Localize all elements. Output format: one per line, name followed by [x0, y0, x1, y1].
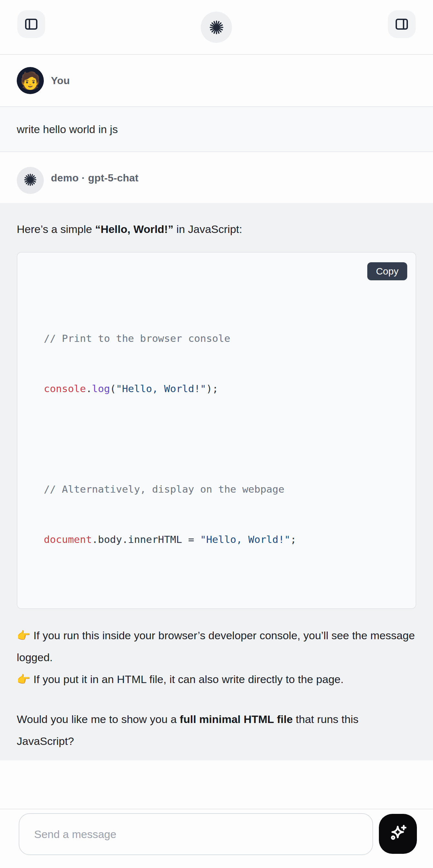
code-blank-line [44, 430, 403, 447]
code-string: "Hello, World!" [200, 533, 290, 545]
intro-text: Here’s a simple [17, 223, 95, 235]
code-keyword: console [44, 383, 86, 394]
assistant-message-header: demo · gpt-5-chat [0, 152, 433, 203]
user-message-header: 🧑 You [0, 55, 433, 106]
question-text: Would you like me to show you a [17, 713, 180, 725]
intro-text-post: in JavaScript: [173, 223, 242, 235]
top-bar [0, 0, 433, 55]
sidebar-toggle-button[interactable] [18, 10, 45, 38]
assistant-notes-paragraph: 👉 If you run this inside your browser’s … [17, 624, 416, 690]
panel-right-icon [394, 17, 409, 32]
assistant-question-paragraph: Would you like me to show you a full min… [17, 708, 416, 752]
assistant-intro-paragraph: Here’s a simple “Hello, World!” in JavaS… [17, 218, 416, 240]
user-avatar-emoji: 🧑 [20, 72, 41, 89]
question-bold-text: full minimal HTML file [180, 713, 293, 725]
code-line: // Print to the browser console [44, 330, 403, 347]
starburst-logo-icon [208, 19, 225, 36]
user-message-text: write hello world in js [17, 123, 118, 136]
note-line-1: 👉 If you run this inside your browser’s … [17, 629, 415, 663]
app-logo-button[interactable] [201, 11, 232, 43]
code-line: document.body.innerHTML = "Hello, World!… [44, 531, 403, 548]
code-punct: .body.innerHTML = [92, 533, 200, 545]
sparkle-icon [387, 823, 408, 845]
code-line: console.log("Hello, World!"); [44, 380, 403, 397]
starburst-avatar-icon [23, 173, 38, 188]
assistant-message-bubble: Here’s a simple “Hello, World!” in JavaS… [0, 203, 433, 761]
user-avatar: 🧑 [17, 67, 44, 94]
code-comment: // Print to the browser console [44, 333, 230, 344]
copy-code-button[interactable]: Copy [367, 262, 407, 280]
composer-bar [0, 809, 433, 868]
code-punct: . [86, 383, 92, 394]
intro-bold-text: “Hello, World!” [95, 223, 173, 235]
code-string: "Hello, World!" [116, 383, 206, 394]
send-button[interactable] [379, 814, 417, 854]
code-line: // Alternatively, display on the webpage [44, 481, 403, 497]
code-comment: // Alternatively, display on the webpage [44, 483, 284, 495]
message-input[interactable] [19, 813, 373, 855]
code-punct: ( [110, 383, 116, 394]
code-block: Copy // Print to the browser console con… [17, 252, 416, 609]
assistant-model-label: demo · gpt-5-chat [51, 152, 138, 204]
code-punct: ; [290, 533, 297, 545]
user-message-bubble: write hello world in js [0, 106, 433, 152]
panel-left-icon [24, 17, 39, 32]
right-panel-toggle-button[interactable] [388, 10, 415, 38]
code-keyword: document [44, 533, 92, 545]
note-line-2: 👉 If you put it in an HTML file, it can … [17, 673, 343, 685]
code-punct: ); [206, 383, 218, 394]
user-name-label: You [51, 55, 70, 106]
code-function: log [92, 383, 110, 394]
assistant-avatar [17, 167, 44, 194]
